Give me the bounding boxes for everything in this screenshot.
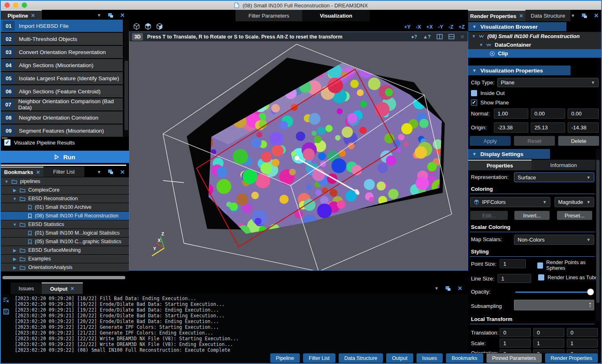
dock-bookmarks-button[interactable]: Bookmarks — [446, 353, 483, 363]
pipeline-step[interactable]: 04Align Sections (Misorientation) — [1, 59, 123, 71]
point-size-field[interactable]: 1 — [500, 259, 526, 268]
normal-x-field[interactable]: 1.00 — [494, 109, 528, 119]
panel-splitter[interactable] — [1, 165, 126, 166]
close-tab-icon[interactable]: ✕ — [36, 170, 40, 175]
pipeline-step[interactable]: 03Convert Orientation Representation — [1, 46, 123, 58]
tab-display-information[interactable]: Information — [532, 160, 595, 170]
popout-panel-icon[interactable] — [445, 286, 451, 291]
translation-x-field[interactable]: 0 — [500, 328, 531, 337]
color-array-dropdown[interactable]: IPFColors▼ — [470, 197, 550, 207]
chevron-down-icon[interactable]: ▼ — [97, 13, 101, 18]
translation-z-field[interactable]: 0 — [567, 328, 598, 337]
bookmarks-hscrollbar[interactable] — [2, 276, 125, 279]
chevron-collapsed-icon[interactable]: ▶ — [12, 188, 17, 192]
pipeline-step[interactable]: 06Align Sections (Feature Centroid) — [1, 85, 123, 97]
browser-item-clip[interactable]: Clip — [468, 49, 601, 58]
chevron-expanded-icon[interactable]: ▼ — [479, 43, 484, 47]
camera-cube-icon[interactable] — [133, 23, 140, 30]
tree-item-small-in100-archive[interactable]: (01) Small IN100 Archive — [1, 203, 129, 211]
subsampling-spinbox[interactable]: ▲ ▼ — [514, 300, 594, 310]
component-dropdown[interactable]: Magnitude▼ — [554, 197, 594, 207]
close-view-icon[interactable]: ✕ — [460, 34, 464, 40]
tree-item-crystallographic-statistics[interactable]: (05) Small IN100 C...graphic Statistics — [1, 237, 129, 246]
pipeline-step[interactable]: 08Neighbor Orientation Correlation — [1, 111, 123, 124]
lines-as-tubes-checkbox[interactable] — [538, 274, 544, 280]
save-log-icon[interactable] — [3, 309, 9, 314]
tab-filter-list[interactable]: Filter List — [43, 167, 84, 177]
dock-pipeline-button[interactable]: Pipeline — [270, 353, 300, 363]
tree-item-orientationanalysis[interactable]: ▶ OrientationAnalysis — [1, 263, 129, 271]
pipeline-step[interactable]: 05Isolate Largest Feature (Identify Samp… — [1, 72, 123, 84]
pipeline-step[interactable]: 07Neighbor Orientation Comparison (Bad D… — [1, 98, 123, 111]
chevron-expanded-icon[interactable]: ▼ — [471, 34, 476, 38]
tab-output[interactable]: Output✕ — [42, 283, 83, 294]
3d-viewport[interactable]: Z X Y — [129, 41, 468, 270]
clear-console-icon[interactable] — [3, 297, 9, 303]
chevron-down-icon[interactable]: ▼ — [570, 13, 575, 18]
opacity-slider[interactable] — [515, 292, 591, 293]
apply-button[interactable]: Apply — [470, 136, 511, 146]
tree-item-examples[interactable]: ▶ Examples — [1, 255, 129, 263]
tab-display-properties[interactable]: Properties — [468, 160, 532, 170]
split-vertical-icon[interactable] — [437, 34, 443, 39]
tree-item-pipelines[interactable]: ▼ pipelines — [1, 177, 129, 185]
tab-bookmarks[interactable]: Bookmarks✕ — [1, 167, 43, 177]
close-panel-icon[interactable]: ✕ — [594, 12, 599, 19]
chevron-down-icon[interactable]: ▼ — [434, 286, 439, 291]
triangle-help-icon[interactable]: ▲? — [423, 34, 431, 40]
delete-button[interactable]: Delete — [558, 136, 599, 146]
camera-cube-corner-icon[interactable] — [156, 23, 163, 30]
tab-pipeline[interactable]: Pipeline✕ — [1, 10, 42, 20]
reset-button[interactable]: Reset — [514, 136, 555, 146]
tree-item-morphological-statistics[interactable]: (01) Small IN100 M...logical Statistics — [1, 229, 129, 237]
origin-y-field[interactable]: 25.13 — [531, 122, 565, 133]
camera-minus-z-button[interactable]: -Z — [448, 24, 453, 30]
camera-plus-y-button[interactable]: +Y — [404, 24, 411, 30]
camera-minus-x-button[interactable]: -X — [416, 24, 421, 30]
representation-dropdown[interactable]: Surface▼ — [514, 172, 594, 182]
tree-item-ebsd-statistics[interactable]: ▼ EBSD Statistics — [1, 220, 129, 228]
split-horizontal-icon[interactable] — [448, 34, 455, 39]
preset-colormap-button[interactable]: Preset... — [557, 211, 592, 220]
opacity-slider-knob[interactable] — [587, 289, 594, 295]
camera-minus-y-button[interactable]: -Y — [438, 24, 444, 30]
popout-panel-icon[interactable] — [582, 13, 587, 18]
chevron-expanded-icon[interactable]: ▼ — [12, 197, 17, 201]
scale-x-field[interactable]: 1 — [500, 339, 531, 348]
browser-item-datacontainer[interactable]: ▼ DataContainer — [468, 41, 601, 49]
tree-item-ebsd-reconstruction[interactable]: ▼ EBSD Reconstruction — [1, 194, 129, 203]
inside-out-checkbox[interactable] — [471, 90, 477, 96]
tree-item-complexcore[interactable]: ▶ ComplexCore — [1, 186, 129, 194]
visualization-browser-header[interactable]: ▼ Visualization Browser — [468, 22, 566, 31]
tab-issues[interactable]: Issues — [11, 283, 42, 294]
chevron-collapsed-icon[interactable]: ▶ — [12, 248, 17, 253]
chevron-down-icon[interactable]: ▼ — [97, 170, 101, 174]
translation-y-field[interactable]: 0 — [533, 328, 564, 337]
show-plane-checkbox[interactable]: ✓ — [471, 99, 477, 106]
points-as-spheres-checkbox[interactable] — [537, 262, 543, 269]
camera-cube-filled-icon[interactable] — [145, 23, 152, 30]
popout-panel-icon[interactable] — [108, 169, 113, 174]
scale-z-field[interactable]: 1 — [567, 339, 598, 348]
invert-colormap-button[interactable]: Invert... — [514, 211, 550, 220]
normal-z-field[interactable]: 0.00 — [568, 109, 599, 119]
dock-render-properties-button[interactable]: Render Properties — [545, 353, 598, 363]
chevron-collapsed-icon[interactable]: ▶ — [12, 265, 17, 270]
dock-filter-list-button[interactable]: Filter List — [303, 353, 335, 363]
close-panel-icon[interactable]: ✕ — [120, 12, 125, 18]
camera-plus-x-button[interactable]: +X — [426, 24, 433, 30]
browser-item-root[interactable]: ▼ (08) Small IN100 Full Reconstruction — [468, 32, 601, 41]
pipeline-step[interactable]: 09Segment Features (Misorientation) — [1, 124, 123, 137]
normal-y-field[interactable]: 0.00 — [531, 109, 565, 119]
chevron-expanded-icon[interactable]: ▼ — [4, 179, 9, 184]
chevron-collapsed-icon[interactable]: ▶ — [12, 257, 17, 261]
pipeline-step[interactable]: 02Multi-Threshold Objects — [1, 33, 123, 45]
tab-data-structure[interactable]: Data Structure — [525, 10, 570, 21]
pipeline-step[interactable]: 01Import H5EBSD File — [1, 20, 123, 32]
dock-pinned-parameters-button[interactable]: Pinned Parameters — [487, 353, 542, 363]
tree-item-ebsd-surfacemeshing[interactable]: ▶ EBSD SurfaceMeshing — [1, 246, 129, 254]
close-tab-icon[interactable]: ✕ — [31, 13, 35, 18]
visibility-eye-icon[interactable] — [489, 51, 495, 57]
popout-panel-icon[interactable] — [108, 13, 113, 18]
close-tab-icon[interactable]: ✕ — [70, 286, 75, 292]
